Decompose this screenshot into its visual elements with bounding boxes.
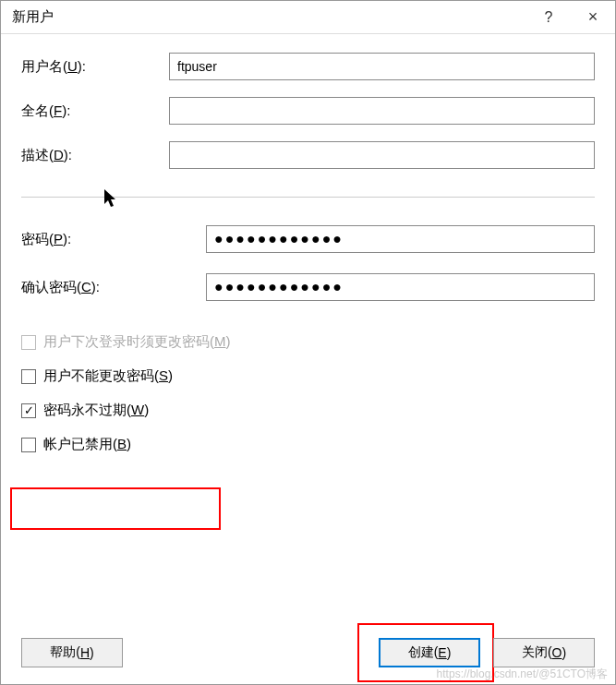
dialog-content: 用户名(U): 全名(F): 描述(D): 密码(P): bbox=[1, 34, 615, 684]
divider bbox=[21, 197, 595, 198]
password-section: 密码(P): 确认密码(C): bbox=[21, 225, 595, 301]
description-label: 描述(D): bbox=[21, 147, 169, 164]
titlebar-controls: ? × bbox=[526, 1, 615, 33]
fullname-input[interactable] bbox=[169, 97, 595, 125]
must-change-label: 用户下次登录时须更改密码(M) bbox=[43, 333, 231, 351]
highlight-never-expires bbox=[10, 487, 221, 530]
dialog-title: 新用户 bbox=[12, 8, 54, 26]
password-input[interactable] bbox=[206, 225, 595, 253]
help-button[interactable]: 帮助(H) bbox=[21, 638, 123, 667]
description-input[interactable] bbox=[169, 141, 595, 169]
password-row: 密码(P): bbox=[21, 225, 595, 253]
new-user-dialog: 新用户 ? × 用户名(U): 全名(F): 描述(D): bbox=[0, 0, 616, 685]
username-label: 用户名(U): bbox=[21, 58, 169, 76]
username-row: 用户名(U): bbox=[21, 53, 595, 80]
cannot-change-row: 用户不能更改密码(S) bbox=[21, 367, 595, 385]
cannot-change-checkbox[interactable] bbox=[21, 369, 36, 384]
disabled-account-checkbox[interactable] bbox=[21, 438, 36, 452]
must-change-checkbox bbox=[21, 335, 36, 350]
confirm-password-row: 确认密码(C): bbox=[21, 273, 595, 301]
create-button[interactable]: 创建(E) bbox=[379, 638, 480, 667]
confirm-password-input[interactable] bbox=[206, 273, 595, 301]
never-expires-label: 密码永不过期(W) bbox=[43, 402, 149, 419]
checkbox-section: 用户下次登录时须更改密码(M) 用户不能更改密码(S) 密码永不过期(W) 帐户… bbox=[21, 333, 595, 453]
disabled-account-label: 帐户已禁用(B) bbox=[43, 436, 131, 453]
titlebar: 新用户 ? × bbox=[1, 1, 615, 34]
username-input[interactable] bbox=[169, 53, 595, 80]
never-expires-checkbox[interactable] bbox=[21, 403, 36, 418]
password-label: 密码(P): bbox=[21, 231, 206, 248]
watermark: https://blog.csdn.net/@51CTO博客 bbox=[437, 667, 608, 682]
help-icon[interactable]: ? bbox=[526, 1, 571, 33]
never-expires-row: 密码永不过期(W) bbox=[21, 402, 595, 419]
cursor-icon bbox=[104, 189, 119, 208]
fullname-label: 全名(F): bbox=[21, 102, 169, 120]
confirm-password-label: 确认密码(C): bbox=[21, 279, 206, 296]
close-button[interactable]: 关闭(O) bbox=[493, 638, 595, 667]
button-row: 帮助(H) 创建(E) 关闭(O) bbox=[21, 638, 595, 667]
close-icon[interactable]: × bbox=[571, 1, 615, 33]
cannot-change-label: 用户不能更改密码(S) bbox=[43, 367, 173, 385]
button-group-right: 创建(E) 关闭(O) bbox=[379, 638, 595, 667]
description-row: 描述(D): bbox=[21, 141, 595, 169]
fullname-row: 全名(F): bbox=[21, 97, 595, 125]
disabled-account-row: 帐户已禁用(B) bbox=[21, 436, 595, 453]
must-change-row: 用户下次登录时须更改密码(M) bbox=[21, 333, 595, 351]
